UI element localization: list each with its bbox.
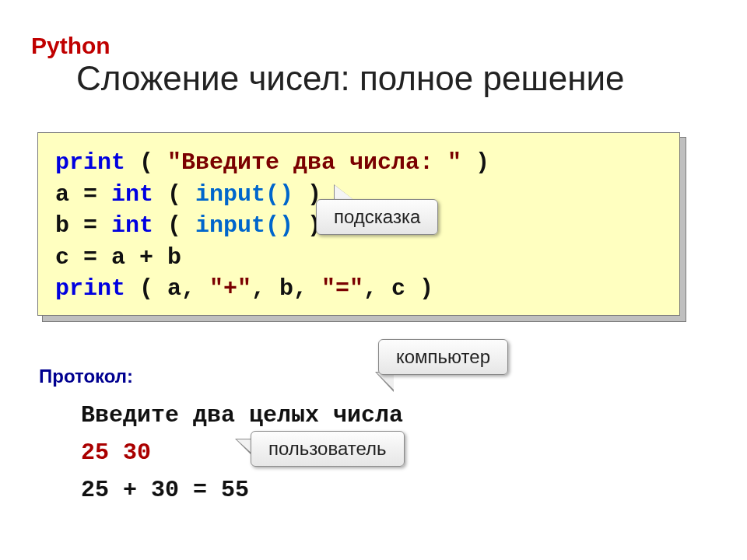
code-l2-a: a	[55, 181, 69, 208]
slide-title: Сложение чисел: полное решение	[76, 59, 625, 98]
code-l3-eq: =	[69, 212, 111, 239]
code-l1-string: "Введите два числа: "	[167, 149, 461, 176]
slide: Python Сложение чисел: полное решение pr…	[0, 0, 747, 560]
code-l3-int: int	[111, 212, 153, 239]
code-l3-open: (	[153, 212, 195, 239]
code-l3-input: input()	[195, 212, 293, 239]
code-l4: c = a + b	[55, 244, 181, 271]
code-l1-open: (	[125, 149, 167, 176]
code-l5-s2: "="	[321, 275, 363, 302]
callout-hint: подсказка	[316, 199, 438, 235]
code-l2-input: input()	[195, 181, 293, 208]
callout-user: пользователь	[251, 431, 405, 467]
protocol-line-3: 25 + 30 = 55	[81, 471, 403, 509]
code-l2-open: (	[153, 181, 195, 208]
code-l5-s1: "+"	[209, 275, 251, 302]
code-l2-eq: =	[69, 181, 111, 208]
language-label: Python	[31, 33, 110, 59]
callout-computer: компьютер	[378, 339, 508, 375]
code-l5-close: , c )	[363, 275, 433, 302]
code-l1-close: )	[461, 149, 489, 176]
callout-hint-tail	[335, 185, 355, 201]
code-l5-open: ( a,	[125, 275, 209, 302]
code-print-1: print	[55, 149, 125, 176]
code-l3-b: b	[55, 212, 69, 239]
callout-computer-tail	[377, 373, 394, 390]
protocol-line-1: Введите два целых числа	[81, 397, 403, 434]
code-print-2: print	[55, 275, 125, 302]
code-l2-int: int	[111, 181, 153, 208]
code-l5-mid: , b,	[251, 275, 321, 302]
protocol-label: Протокол:	[39, 366, 133, 387]
